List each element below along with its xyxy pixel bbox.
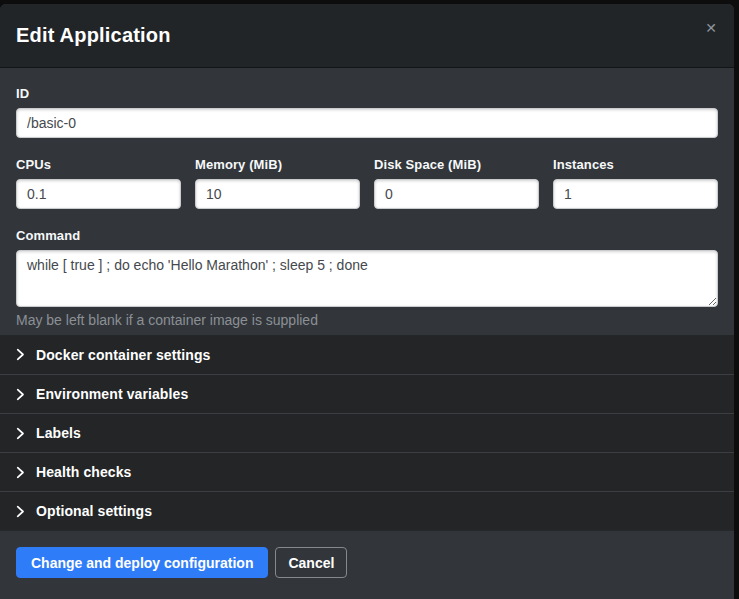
instances-label: Instances <box>553 157 718 172</box>
edit-application-modal: Edit Application ✕ ID CPUs Memory (MiB) … <box>0 4 734 599</box>
memory-field-group: Memory (MiB) <box>195 157 360 209</box>
cancel-button[interactable]: Cancel <box>275 547 347 578</box>
cpus-input[interactable] <box>16 179 181 209</box>
section-labels[interactable]: Labels <box>0 413 734 452</box>
id-field-group: ID <box>16 86 718 138</box>
cpus-field-group: CPUs <box>16 157 181 209</box>
section-label: Optional settings <box>36 503 152 519</box>
id-input[interactable] <box>16 108 718 138</box>
instances-field-group: Instances <box>553 157 718 209</box>
modal-header: Edit Application ✕ <box>0 4 734 68</box>
submit-button[interactable]: Change and deploy configuration <box>16 547 268 578</box>
section-label: Environment variables <box>36 386 188 402</box>
section-label: Docker container settings <box>36 347 210 363</box>
page-background: Edit Application ✕ ID CPUs Memory (MiB) … <box>0 0 739 599</box>
chevron-right-icon <box>16 388 25 401</box>
chevron-right-icon <box>16 466 25 479</box>
chevron-right-icon <box>16 427 25 440</box>
resources-row: CPUs Memory (MiB) Disk Space (MiB) Insta… <box>16 157 718 209</box>
section-label: Labels <box>36 425 81 441</box>
command-input[interactable]: while [ true ] ; do echo 'Hello Marathon… <box>16 250 718 307</box>
modal-footer: Change and deploy configuration Cancel <box>0 530 734 599</box>
modal-title: Edit Application <box>16 24 171 47</box>
chevron-right-icon <box>16 348 25 361</box>
form-body: ID CPUs Memory (MiB) Disk Space (MiB) In <box>0 68 734 335</box>
disk-label: Disk Space (MiB) <box>374 157 539 172</box>
section-optional-settings[interactable]: Optional settings <box>0 491 734 530</box>
id-label: ID <box>16 86 718 101</box>
section-docker-container-settings[interactable]: Docker container settings <box>0 335 734 374</box>
close-icon[interactable]: ✕ <box>698 16 724 40</box>
command-field-group: Command while [ true ] ; do echo 'Hello … <box>16 228 718 328</box>
disk-input[interactable] <box>374 179 539 209</box>
section-health-checks[interactable]: Health checks <box>0 452 734 491</box>
section-environment-variables[interactable]: Environment variables <box>0 374 734 413</box>
chevron-right-icon <box>16 505 25 518</box>
collapsible-sections: Docker container settings Environment va… <box>0 335 734 530</box>
section-label: Health checks <box>36 464 131 480</box>
memory-label: Memory (MiB) <box>195 157 360 172</box>
cpus-label: CPUs <box>16 157 181 172</box>
command-label: Command <box>16 228 718 243</box>
instances-input[interactable] <box>553 179 718 209</box>
disk-field-group: Disk Space (MiB) <box>374 157 539 209</box>
memory-input[interactable] <box>195 179 360 209</box>
command-help-text: May be left blank if a container image i… <box>16 312 718 328</box>
